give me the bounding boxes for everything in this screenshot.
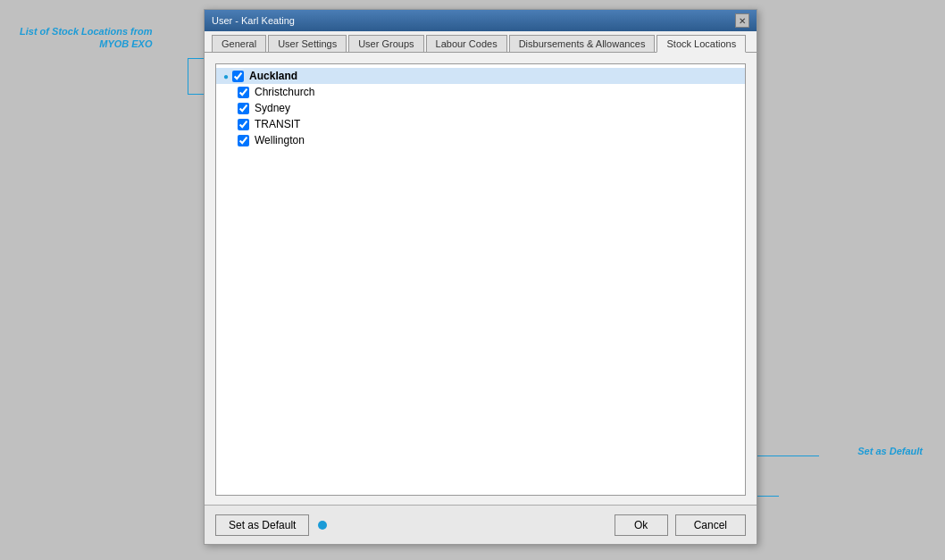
tab-disbursements[interactable]: Disbursements & Allowances — [509, 35, 656, 52]
default-indicator — [318, 521, 327, 530]
cancel-button[interactable]: Cancel — [675, 514, 746, 536]
ok-button[interactable]: Ok — [615, 514, 668, 536]
tab-user-groups[interactable]: User Groups — [348, 35, 423, 52]
annotation-line-left-v — [188, 58, 188, 94]
list-item[interactable]: TRANSIT — [216, 116, 745, 132]
annotation-line-right-h — [752, 456, 819, 456]
tab-user-settings[interactable]: User Settings — [268, 35, 347, 52]
location-name: Sydney — [255, 102, 290, 114]
dialog-titlebar: User - Karl Keating ✕ — [205, 10, 757, 31]
close-button[interactable]: ✕ — [735, 13, 749, 28]
tab-bar: General User Settings User Groups Labour… — [205, 31, 757, 53]
tab-general[interactable]: General — [212, 35, 266, 52]
location-name: Auckland — [249, 70, 297, 82]
list-item[interactable]: Christchurch — [216, 84, 745, 100]
location-name: Christchurch — [255, 86, 314, 98]
annotation-set-default: Set as Default — [857, 445, 923, 457]
default-icon: ● — [223, 71, 229, 81]
footer-left: Set as Default — [215, 514, 327, 536]
location-name: TRANSIT — [255, 118, 300, 130]
stock-locations-list: ● Auckland Christchurch Sydney TRANSIT — [215, 63, 746, 496]
checkbox-transit[interactable] — [238, 119, 249, 130]
list-item[interactable]: ● Auckland — [216, 68, 745, 84]
checkbox-wellington[interactable] — [238, 135, 249, 146]
footer-right: Ok Cancel — [615, 514, 746, 536]
dialog-content: ● Auckland Christchurch Sydney TRANSIT — [205, 53, 757, 515]
dialog-footer: Set as Default Ok Cancel — [205, 505, 757, 544]
dialog-title: User - Karl Keating — [212, 15, 295, 26]
annotation-stock-locations: List of Stock Locations from MYOB EXO — [20, 25, 153, 51]
list-item[interactable]: Sydney — [216, 100, 745, 116]
list-item[interactable]: Wellington — [216, 132, 745, 148]
checkbox-christchurch[interactable] — [238, 87, 249, 98]
tab-labour-codes[interactable]: Labour Codes — [426, 35, 507, 52]
checkbox-sydney[interactable] — [238, 103, 249, 114]
checkbox-auckland[interactable] — [232, 71, 244, 82]
dialog-window: User - Karl Keating ✕ General User Setti… — [204, 9, 757, 545]
set-default-button[interactable]: Set as Default — [215, 514, 309, 536]
location-name: Wellington — [255, 134, 305, 146]
tab-stock-locations[interactable]: Stock Locations — [656, 35, 746, 53]
